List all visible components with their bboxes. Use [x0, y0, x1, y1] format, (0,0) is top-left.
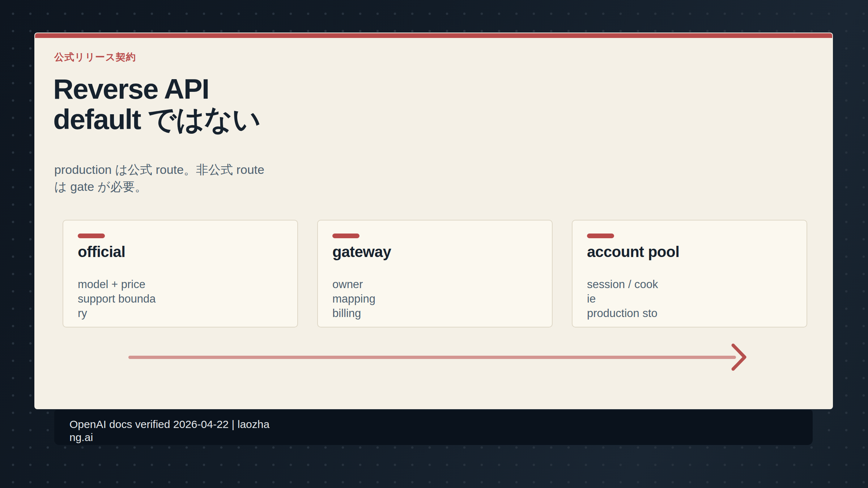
card-accent-dash — [587, 234, 614, 238]
card-accent-dash — [78, 234, 105, 238]
footer-bar: OpenAI docs verified 2026-04-22 | laozha… — [54, 410, 813, 445]
card-official: official model + pricesupport boundary — [63, 220, 298, 328]
slide-subtitle: production は公式 route。非公式 routeは gate が必要… — [54, 161, 264, 195]
card-gateway: gateway ownermappingbilling — [317, 220, 553, 328]
card-title: gateway — [332, 243, 537, 261]
card-body: model + pricesupport boundary — [78, 277, 283, 321]
cards-row: official model + pricesupport boundary g… — [63, 220, 807, 328]
accent-topbar — [35, 33, 832, 38]
card-accent-dash — [332, 234, 359, 238]
eyebrow-label: 公式リリース契約 — [54, 51, 136, 64]
slide-title: Reverse APIdefault ではない — [53, 74, 260, 134]
flow-arrow — [128, 342, 748, 372]
arrow-shaft — [128, 356, 736, 359]
page-background: 公式リリース契約 Reverse APIdefault ではない product… — [0, 0, 868, 488]
card-title: account pool — [587, 243, 792, 261]
arrow-right-icon — [731, 342, 748, 372]
card-body: ownermappingbilling — [332, 277, 537, 321]
card-body: session / cookieproduction sto — [587, 277, 792, 321]
footer-text: OpenAI docs verified 2026-04-22 | laozha… — [69, 418, 269, 444]
slide-panel: 公式リリース契約 Reverse APIdefault ではない product… — [34, 33, 833, 409]
card-title: official — [78, 243, 283, 261]
card-account-pool: account pool session / cookieproduction … — [572, 220, 807, 328]
